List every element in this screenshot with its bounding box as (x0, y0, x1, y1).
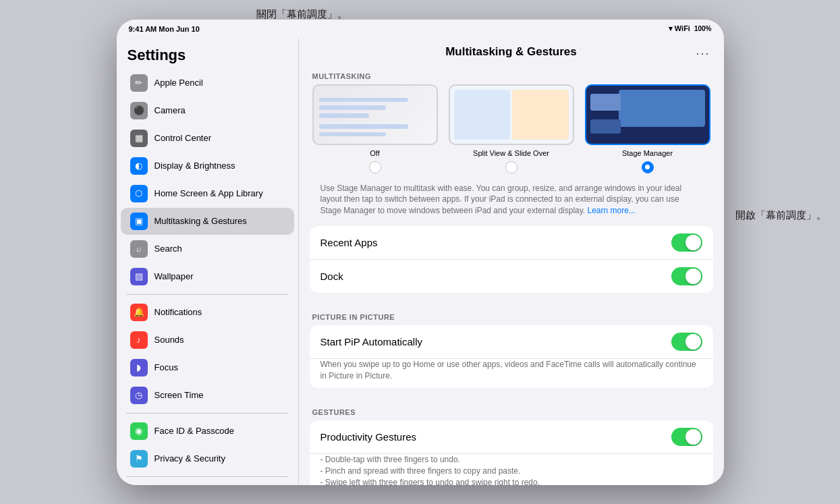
sidebar-item-home-screen[interactable]: ⬡Home Screen & App Library (121, 180, 294, 207)
apple-pencil-icon: ✏ (130, 74, 148, 92)
notifications-label: Notifications (155, 307, 202, 318)
card-label-off: Off (370, 149, 379, 157)
multitask-card-off[interactable]: Off (312, 84, 438, 173)
sidebar-item-app-store[interactable]: AApp Store (121, 481, 294, 485)
sounds-icon: ♪ (130, 331, 148, 349)
multitasking-section-label: MULTITASKING (299, 63, 724, 84)
pip-desc: When you swipe up to go Home or use othe… (310, 359, 713, 389)
multitask-card-stage-manager[interactable]: Stage Manager (585, 84, 710, 173)
privacy-security-label: Privacy & Security (155, 453, 225, 464)
content-panel[interactable]: Multitasking & Gestures ··· MULTITASKING… (299, 38, 724, 485)
recent-apps-dock-group: Recent Apps Dock (310, 226, 713, 293)
sidebar-item-screen-time[interactable]: ◷Screen Time (121, 382, 294, 409)
stage-manager-desc: Use Stage Manager to multitask with ease… (310, 183, 713, 223)
header-dots-menu[interactable]: ··· (696, 47, 710, 61)
status-time: 9:41 AM Mon Jun 10 (129, 25, 200, 33)
card-label-split-view: Split View & Slide Over (473, 149, 549, 157)
wifi-icon: ▾ WiFi (669, 24, 690, 33)
privacy-security-icon: ⚑ (130, 450, 148, 468)
productivity-gestures-label: Productivity Gestures (320, 431, 417, 443)
wallpaper-label: Wallpaper (155, 271, 194, 282)
gestures-section-label: GESTURES (299, 399, 724, 420)
multitask-card-split-view[interactable]: Split View & Slide Over (449, 84, 574, 173)
control-center-icon: ▦ (130, 130, 148, 147)
card-radio-off[interactable] (369, 161, 381, 173)
sounds-label: Sounds (155, 335, 184, 345)
sidebar-title: Settings (117, 38, 298, 69)
productivity-group: Productivity Gestures - Double-tap with … (310, 420, 713, 484)
face-id-icon: ◉ (130, 422, 148, 440)
sidebar-item-wallpaper[interactable]: ▨Wallpaper (121, 263, 294, 290)
notifications-icon: 🔔 (130, 304, 148, 321)
pip-auto-toggle[interactable] (671, 333, 702, 351)
pip-auto-label: Start PiP Automatically (320, 336, 422, 347)
sidebar-divider-1 (126, 413, 289, 414)
wallpaper-icon: ▨ (130, 268, 148, 285)
sidebar-divider-0 (126, 294, 289, 295)
sidebar-item-display-brightness[interactable]: ◐Display & Brightness (121, 152, 294, 179)
battery-icon: 100% (694, 25, 712, 32)
display-brightness-label: Display & Brightness (155, 161, 235, 171)
face-id-label: Face ID & Passcode (155, 426, 235, 437)
sidebar-item-multitasking[interactable]: ▣Multitasking & Gestures (121, 208, 294, 235)
productivity-gestures-toggle[interactable] (671, 428, 702, 446)
dock-toggle[interactable] (671, 267, 702, 285)
search-icon: ⌕ (130, 240, 148, 258)
recent-apps-label: Recent Apps (320, 237, 378, 248)
sidebar-item-camera[interactable]: ⚫Camera (121, 97, 294, 124)
dock-label: Dock (320, 271, 343, 282)
focus-label: Focus (155, 362, 178, 373)
sidebar-item-search[interactable]: ⌕Search (121, 235, 294, 262)
recent-apps-toggle[interactable] (671, 233, 702, 252)
sidebar-item-privacy-security[interactable]: ⚑Privacy & Security (121, 445, 294, 472)
status-bar: 9:41 AM Mon Jun 10 ▾ WiFi 100% (117, 20, 724, 38)
camera-icon: ⚫ (130, 102, 148, 119)
status-right: ▾ WiFi 100% (669, 24, 712, 33)
focus-icon: ◗ (130, 359, 148, 376)
sidebar-item-sounds[interactable]: ♪Sounds (121, 327, 294, 354)
card-image-off (312, 84, 438, 145)
content-title: Multitasking & Gestures (445, 45, 577, 59)
display-brightness-icon: ◐ (130, 157, 148, 175)
card-radio-split-view[interactable] (505, 161, 517, 173)
apple-pencil-label: Apple Pencil (155, 78, 203, 88)
multitasking-label: Multitasking & Gestures (155, 216, 247, 227)
sidebar[interactable]: Settings ✏Apple Pencil⚫Camera▦Control Ce… (117, 38, 299, 485)
multitask-cards: Off Split View & Slide Over Stage Manage… (299, 84, 724, 183)
card-image-split-view (449, 84, 574, 145)
card-radio-stage-manager[interactable] (642, 161, 654, 173)
annotation-right: 開啟「幕前調度」。 (735, 209, 827, 222)
main-area: Settings ✏Apple Pencil⚫Camera▦Control Ce… (117, 38, 724, 485)
sidebar-item-apple-pencil[interactable]: ✏Apple Pencil (121, 69, 294, 96)
screen-time-label: Screen Time (155, 390, 204, 401)
learn-more-link[interactable]: Learn more... (588, 206, 636, 215)
productivity-desc: - Double-tap with three fingers to undo.… (310, 454, 713, 484)
screen-time-icon: ◷ (130, 387, 148, 404)
pip-section-label: PICTURE IN PICTURE (299, 304, 724, 325)
sidebar-items-container: ✏Apple Pencil⚫Camera▦Control Center◐Disp… (117, 69, 298, 485)
pip-group: Start PiP Automatically When you swipe u… (310, 325, 713, 389)
card-label-stage-manager: Stage Manager (622, 149, 673, 157)
home-screen-label: Home Screen & App Library (155, 188, 263, 199)
sidebar-item-notifications[interactable]: 🔔Notifications (121, 299, 294, 326)
control-center-label: Control Center (155, 133, 212, 144)
search-label: Search (155, 244, 182, 254)
recent-apps-row[interactable]: Recent Apps (310, 226, 713, 260)
multitasking-icon: ▣ (130, 213, 148, 230)
sidebar-item-control-center[interactable]: ▦Control Center (121, 125, 294, 152)
pip-auto-row[interactable]: Start PiP Automatically (310, 325, 713, 359)
sidebar-item-focus[interactable]: ◗Focus (121, 354, 294, 381)
content-header: Multitasking & Gestures ··· (299, 38, 724, 63)
card-image-stage-manager (585, 84, 710, 145)
dock-row[interactable]: Dock (310, 260, 713, 293)
camera-label: Camera (155, 105, 186, 116)
sidebar-divider-2 (126, 476, 289, 477)
sidebar-item-face-id[interactable]: ◉Face ID & Passcode (121, 418, 294, 445)
home-screen-icon: ⬡ (130, 185, 148, 202)
productivity-gestures-row[interactable]: Productivity Gestures (310, 420, 713, 454)
ipad-frame: 9:41 AM Mon Jun 10 ▾ WiFi 100% Settings … (117, 20, 724, 485)
